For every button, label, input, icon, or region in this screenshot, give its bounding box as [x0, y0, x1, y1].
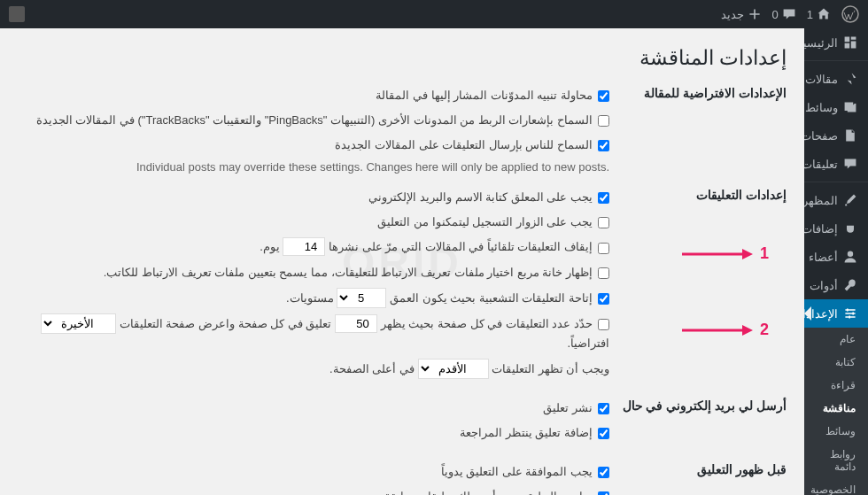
sidebar-label: صفحات [801, 129, 838, 143]
tool-icon [843, 278, 857, 292]
sub-reading[interactable]: قراءة [804, 374, 868, 397]
sidebar-item-pages[interactable]: صفحات [804, 121, 868, 150]
arrow-icon [682, 246, 753, 262]
wp-logo[interactable] [841, 5, 859, 23]
sidebar-item-plugins[interactable]: إضافات1 [804, 214, 868, 243]
comment-order-select[interactable]: الأقدم [418, 359, 489, 379]
sub-media[interactable]: وسائط [804, 420, 868, 443]
sidebar-item-comments[interactable]: تعليقات [804, 150, 868, 178]
checkbox-close-old[interactable] [598, 243, 609, 254]
plug-icon [843, 221, 857, 236]
sidebar-label: أدوات [810, 279, 838, 292]
page-title: إعدادات المناقشة [18, 46, 787, 70]
opt-cookies-optin[interactable]: إظهار خانة مربع اختيار ملفات تعريف الارت… [18, 263, 609, 282]
sidebar-item-users[interactable]: أعضاء [804, 243, 868, 271]
default-page-select[interactable]: الأخيرة [41, 313, 116, 334]
admin-bar: 1 0 جديد [0, 0, 868, 28]
sidebar-label: تعليقات [802, 158, 838, 171]
annotation-1: 1 [760, 244, 769, 263]
annotation-arrow-2: 2 [682, 321, 769, 339]
section1-note: Individual posts may override these sett… [18, 160, 609, 174]
section-header-default: الإعدادات الافتراضية للمقالة [609, 86, 787, 174]
wordpress-icon [841, 5, 859, 23]
checkbox-email-comment[interactable] [598, 403, 609, 414]
checkbox-pingbacks[interactable] [598, 115, 609, 127]
site-count: 1 [807, 8, 813, 21]
thread-depth-select[interactable]: 5 [337, 288, 386, 308]
user-icon [843, 250, 857, 264]
opt-order: ويجب أن تظهر التعليقات الأقدم في أعلى ال… [18, 359, 609, 379]
sidebar-label: المظهر [802, 194, 838, 207]
sub-privacy[interactable]: الخصوصية [804, 478, 868, 495]
sliders-icon [843, 306, 857, 321]
new-content[interactable]: جديد [721, 7, 762, 21]
sidebar-label: وسائط [805, 101, 838, 114]
section-header-before: قبل ظهور التعليق [609, 462, 787, 495]
opt-require-registration[interactable]: يجب على الزوار التسجيل ليتمكنوا من التعل… [18, 213, 609, 232]
checkbox-notify[interactable] [598, 90, 609, 102]
sidebar-item-appearance[interactable]: المظهر [804, 186, 868, 214]
admin-sidebar: الرئيسية مقالات وسائط صفحات تعليقات المظ… [804, 28, 868, 495]
sub-writing[interactable]: كتابة [804, 351, 868, 374]
section-header-email: أرسل لي بريد إلكتروني في حال [609, 398, 787, 448]
checkbox-paginate[interactable] [598, 319, 609, 330]
comment-icon [843, 157, 857, 171]
sidebar-item-settings[interactable]: الإعدادات [804, 299, 868, 328]
sub-discussion[interactable]: مناقشة [804, 397, 868, 420]
dashboard-icon [843, 35, 857, 50]
days-input[interactable] [283, 237, 325, 256]
opt-previously-approved[interactable]: صاحب التعليق يجب أن يملك تعليقات سابقة [18, 487, 609, 495]
comments-num: 0 [772, 8, 779, 21]
svg-marker-6 [742, 325, 753, 336]
checkbox-manual-approve[interactable] [598, 467, 609, 478]
plus-icon [748, 7, 762, 21]
pin-icon [843, 72, 857, 86]
sidebar-item-media[interactable]: وسائط [804, 93, 868, 121]
site-switch[interactable]: 1 [807, 7, 831, 21]
checkbox-registration[interactable] [598, 217, 609, 228]
sidebar-label: أعضاء [809, 251, 838, 264]
opt-pingback-notify[interactable]: محاولة تنبيه المدوّنات المشار إليها في ا… [18, 86, 609, 105]
avatar [9, 6, 25, 22]
settings-submenu: عام كتابة قراءة مناقشة وسائط روابط دائمة… [804, 328, 868, 495]
opt-manual-approve[interactable]: يجب الموافقة على التعليق يدوياً [18, 462, 609, 482]
opt-paginate[interactable]: حدّد عدد التعليقات في كل صفحة بحيث يظهر … [18, 313, 609, 353]
opt-close-old[interactable]: إيقاف التعليقات تلقائياً في المقالات الت… [18, 237, 609, 257]
opt-allow-pingbacks[interactable]: السماح بإشعارات الربط من المدونات الأخرى… [18, 111, 609, 130]
svg-marker-4 [742, 249, 753, 259]
sidebar-item-dashboard[interactable]: الرئيسية [804, 28, 868, 57]
opt-require-name-email[interactable]: يجب على المعلق كتابة الاسم والبريد الإلك… [18, 188, 609, 207]
opt-threaded[interactable]: إتاحة التعليقات التشعبية بحيث يكون العمق… [18, 288, 609, 308]
opt-email-on-moderation[interactable]: إضافة تعليق ينتظر المراجعة [18, 423, 609, 443]
user-menu[interactable] [9, 6, 25, 22]
sidebar-label: إضافات [802, 222, 838, 236]
sidebar-item-tools[interactable]: أدوات [804, 271, 868, 299]
comments-count[interactable]: 0 [772, 7, 796, 21]
svg-point-1 [848, 251, 853, 257]
per-page-input[interactable] [335, 314, 377, 333]
new-label: جديد [721, 8, 744, 21]
checkbox-threaded[interactable] [598, 293, 609, 305]
annotation-2: 2 [760, 321, 769, 339]
checkbox-email-moderation[interactable] [598, 428, 609, 439]
checkbox-name-email[interactable] [598, 192, 609, 204]
brush-icon [843, 193, 857, 207]
sub-permalinks[interactable]: روابط دائمة [804, 443, 868, 478]
opt-email-on-comment[interactable]: نشر تعليق [18, 398, 609, 418]
annotation-arrow-1: 1 [682, 244, 769, 263]
page-icon [843, 128, 857, 143]
section-header-comments: إعدادات التعليقات [609, 188, 787, 384]
sub-general[interactable]: عام [804, 328, 868, 351]
media-icon [843, 100, 857, 114]
comment-icon [782, 7, 796, 21]
home-icon [817, 7, 831, 21]
opt-allow-comments[interactable]: السماح للناس بإرسال التعليقات على المقال… [18, 135, 609, 155]
checkbox-prev-approved[interactable] [598, 491, 609, 495]
checkbox-allow-comments[interactable] [598, 140, 609, 151]
arrow-icon [682, 322, 753, 338]
checkbox-cookies[interactable] [598, 267, 609, 279]
sidebar-item-posts[interactable]: مقالات [804, 65, 868, 93]
sidebar-label: مقالات [805, 73, 838, 86]
